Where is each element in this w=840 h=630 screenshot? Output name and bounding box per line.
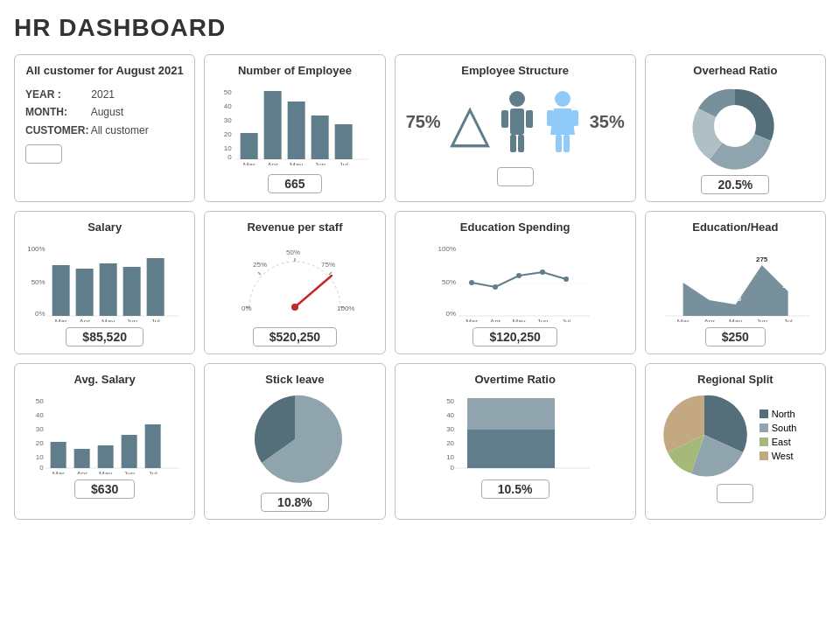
stick-leave-value: 10.8% xyxy=(261,493,329,512)
card-overhead-ratio: Overhead Ratio 20.5% xyxy=(645,54,826,202)
revenue-value: $520,250 xyxy=(253,327,337,346)
edu-head-value: $250 xyxy=(705,327,766,346)
svg-text:May: May xyxy=(102,318,115,322)
east-dot xyxy=(760,438,768,446)
svg-text:50%: 50% xyxy=(442,278,456,286)
svg-rect-28 xyxy=(571,110,578,126)
svg-text:30: 30 xyxy=(446,425,454,433)
svg-point-61 xyxy=(469,280,474,285)
svg-text:50%: 50% xyxy=(32,278,46,286)
card1-title: All customer for August 2021 xyxy=(25,64,184,77)
svg-text:185: 185 xyxy=(782,282,794,290)
svg-text:Mar: Mar xyxy=(676,318,689,322)
svg-text:0%: 0% xyxy=(242,304,252,312)
svg-point-55 xyxy=(291,304,298,311)
svg-text:40: 40 xyxy=(224,102,232,110)
north-dot xyxy=(760,410,768,418)
svg-text:0: 0 xyxy=(39,464,44,472)
avg-salary-value: $630 xyxy=(74,480,135,499)
customer-label: CUSTOMER: xyxy=(25,122,88,139)
year-label: YEAR : xyxy=(25,86,88,103)
svg-text:Jun: Jun xyxy=(123,470,135,474)
svg-text:40: 40 xyxy=(36,411,44,419)
svg-rect-9 xyxy=(288,102,305,159)
svg-rect-21 xyxy=(501,110,508,128)
svg-text:100%: 100% xyxy=(27,245,45,253)
svg-point-64 xyxy=(540,270,545,275)
regional-title: Regional Split xyxy=(697,373,774,386)
svg-text:50%: 50% xyxy=(286,248,300,256)
svg-text:10: 10 xyxy=(446,453,454,461)
card3-title: Employee Structure xyxy=(461,64,569,77)
svg-text:50: 50 xyxy=(36,397,44,405)
card-employee-count: Number of Employee 50 40 30 20 10 0 Mar xyxy=(204,54,385,202)
edu-head-title: Education/Head xyxy=(692,220,778,234)
svg-text:100%: 100% xyxy=(337,304,354,312)
south-label: South xyxy=(772,423,797,433)
employee-bar-chart: 50 40 30 20 10 0 Mar Apr May Jun Jul xyxy=(215,82,374,165)
svg-text:Mar: Mar xyxy=(55,318,67,322)
overtime-value: 10.5% xyxy=(481,480,550,499)
svg-text:0: 0 xyxy=(228,153,233,161)
svg-marker-24 xyxy=(550,108,575,135)
west-label: West xyxy=(772,451,794,461)
svg-rect-38 xyxy=(147,258,164,316)
svg-text:Apr: Apr xyxy=(76,470,88,474)
svg-rect-19 xyxy=(510,135,516,152)
card4-title: Overhead Ratio xyxy=(693,64,777,77)
svg-text:Jul: Jul xyxy=(783,318,792,322)
svg-text:20: 20 xyxy=(446,439,454,447)
svg-text:10: 10 xyxy=(36,453,44,461)
page-title: HR DASHBOARD xyxy=(14,14,826,42)
overhead-donut xyxy=(691,82,779,170)
svg-rect-91 xyxy=(74,449,90,468)
svg-text:20: 20 xyxy=(224,130,232,138)
svg-text:50: 50 xyxy=(446,397,454,405)
svg-text:Apr: Apr xyxy=(704,318,715,322)
svg-text:20: 20 xyxy=(36,439,44,447)
legend-west: West xyxy=(760,451,797,461)
svg-marker-72 xyxy=(682,265,788,316)
svg-text:May: May xyxy=(99,470,112,474)
svg-rect-93 xyxy=(122,435,137,468)
svg-rect-34 xyxy=(52,265,70,316)
card-stick-leave: Stick leave 10.8% xyxy=(204,363,385,520)
svg-text:Mar: Mar xyxy=(52,470,65,474)
customer-value: All customer xyxy=(91,124,149,136)
svg-text:0: 0 xyxy=(450,464,454,472)
svg-rect-20 xyxy=(518,135,524,152)
svg-rect-27 xyxy=(547,110,554,126)
svg-text:275: 275 xyxy=(756,256,768,263)
svg-text:May: May xyxy=(290,161,303,165)
svg-text:0%: 0% xyxy=(35,310,46,318)
stick-leave-title: Stick leave xyxy=(265,373,324,386)
svg-text:May: May xyxy=(512,318,525,322)
salary-value: $85,520 xyxy=(66,327,144,346)
svg-rect-25 xyxy=(556,135,562,152)
svg-text:Apr: Apr xyxy=(489,318,500,322)
svg-text:30: 30 xyxy=(224,116,232,124)
svg-text:40: 40 xyxy=(446,411,454,419)
regional-value-box xyxy=(717,484,753,503)
svg-point-63 xyxy=(516,273,522,278)
card-salary: Salary 100% 50% 0% Mar Apr May Jun Jul $… xyxy=(14,211,195,354)
gauge-chart: 0% 25% 50% 75% 100% xyxy=(234,239,356,322)
svg-line-54 xyxy=(295,276,332,307)
card-overtime-ratio: Overtime Ratio 50 40 30 20 10 0 10.5% xyxy=(395,363,636,520)
svg-rect-26 xyxy=(564,135,570,152)
west-dot xyxy=(760,452,768,460)
legend-east: East xyxy=(760,437,797,447)
svg-rect-11 xyxy=(335,124,353,159)
male-figure xyxy=(499,89,536,155)
month-label: MONTH: xyxy=(25,103,88,121)
south-dot xyxy=(760,424,768,432)
legend-south: South xyxy=(760,423,797,433)
edu-spend-title: Education Spending xyxy=(460,220,570,234)
svg-rect-18 xyxy=(510,108,524,135)
card2-title: Number of Employee xyxy=(238,64,352,77)
svg-rect-90 xyxy=(51,442,66,468)
svg-text:Apr: Apr xyxy=(79,318,90,322)
edu-spend-value: $120,250 xyxy=(472,327,556,346)
svg-text:30: 30 xyxy=(36,425,44,433)
svg-point-65 xyxy=(564,276,569,282)
